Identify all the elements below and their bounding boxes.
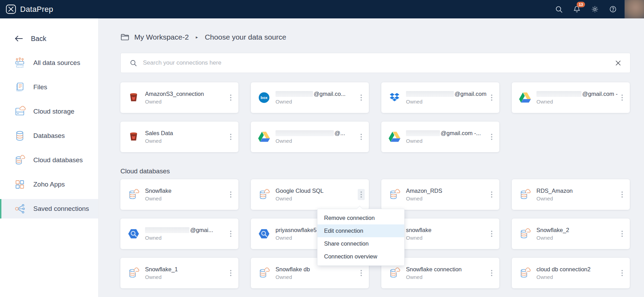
connection-title: Snowflake_2	[536, 227, 569, 233]
connection-group: AmazonS3_connection Owned box @gmail.co.…	[120, 82, 630, 152]
connection-title: @gmail.com -...	[406, 91, 488, 97]
files-icon	[14, 81, 26, 93]
connection-card[interactable]: Snowflake Owned	[120, 179, 238, 210]
connection-card[interactable]: @gmai... Owned	[120, 218, 238, 249]
search-input[interactable]	[143, 59, 609, 66]
connection-card[interactable]: @gmail.com -... Owned	[381, 122, 499, 152]
connection-search-bar	[120, 53, 630, 73]
sidebar-item-cloud-storage[interactable]: Cloud storage	[0, 102, 98, 121]
connection-owner-label: Owned	[145, 274, 178, 280]
connection-card[interactable]: @gmail.com -... Owned	[512, 82, 630, 113]
connection-owner-label: Owned	[276, 196, 324, 201]
card-menu-button[interactable]	[358, 189, 365, 200]
sidebar-item-saved-connections[interactable]: Saved connections	[0, 199, 98, 218]
menu-item-edit-connection[interactable]: Edit connection	[317, 224, 404, 237]
breadcrumb-workspace[interactable]: My Workspace-2	[134, 33, 189, 41]
sidebar-item-label: Databases	[33, 132, 65, 140]
card-menu-button[interactable]	[358, 131, 365, 142]
cloud-database-icon	[519, 188, 531, 201]
breadcrumb: My Workspace-2 ▸ Choose your data source	[120, 33, 630, 41]
connection-owner-label: Owned	[536, 99, 618, 105]
menu-item-connection-overview[interactable]: Connection overview	[317, 250, 404, 263]
sidebar-item-all-data-sources[interactable]: All data sources	[0, 53, 98, 73]
card-menu-button[interactable]	[488, 92, 495, 103]
group-title: Cloud databases	[120, 167, 630, 175]
card-menu-button[interactable]	[227, 189, 234, 200]
card-menu-button[interactable]	[488, 267, 495, 279]
connection-owner-label: Owned	[536, 235, 569, 241]
bigquery-icon	[127, 228, 140, 240]
folder-icon	[120, 33, 129, 41]
connection-title: @gmail.com -...	[406, 130, 481, 137]
connection-title: @gmail.com -...	[536, 91, 618, 97]
card-menu-button[interactable]	[488, 131, 495, 142]
connection-card[interactable]: @... Owned	[251, 122, 369, 152]
sidebar-item-databases[interactable]: Databases	[0, 126, 98, 146]
sidebar-item-cloud-databases[interactable]: Cloud databases	[0, 150, 98, 170]
connection-card[interactable]: Google Cloud SQL Owned	[251, 179, 369, 210]
sidebar-item-files[interactable]: Files	[0, 77, 98, 97]
cloud-database-icon	[258, 188, 270, 201]
connection-card[interactable]: Sales Data Owned	[120, 122, 238, 152]
help-icon[interactable]	[609, 5, 617, 13]
sidebar: Back All data sources Files Cloud storag…	[0, 18, 99, 297]
connection-title: @gmai...	[145, 227, 213, 233]
connection-card[interactable]: AmazonS3_connection Owned	[120, 82, 238, 113]
connection-owner-label: Owned	[406, 196, 442, 201]
global-search-icon[interactable]	[555, 6, 563, 13]
card-menu-button[interactable]	[227, 92, 234, 103]
notifications-button[interactable]: 13	[573, 5, 581, 13]
connection-card[interactable]: @gmail.com -... Owned	[381, 82, 499, 113]
card-menu-button[interactable]	[619, 92, 626, 103]
card-menu-button[interactable]	[227, 228, 234, 239]
sidebar-item-label: Cloud databases	[33, 156, 83, 164]
connection-title: Snowflake_1	[145, 266, 178, 273]
connection-card[interactable]: Amazon_RDS Owned	[381, 179, 499, 210]
cloud-storage-icon	[14, 106, 26, 117]
connection-card[interactable]: Snowflake_2 Owned	[512, 218, 630, 249]
menu-item-remove-connection[interactable]: Remove connection	[317, 212, 404, 224]
card-menu-button[interactable]	[619, 267, 626, 279]
sidebar-item-zoho-apps[interactable]: Zoho Apps	[0, 175, 98, 194]
card-menu-button[interactable]	[619, 189, 626, 200]
card-menu-button[interactable]	[358, 267, 365, 279]
connection-card[interactable]: RDS_Amazon Owned	[512, 179, 630, 210]
connection-card[interactable]: Snowflake_1 Owned	[120, 258, 238, 288]
saved-connections-icon	[14, 203, 26, 215]
avatar-image	[625, 0, 644, 18]
menu-item-share-connection[interactable]: Share connection	[317, 237, 404, 250]
connection-grid: AmazonS3_connection Owned box @gmail.co.…	[120, 82, 630, 152]
data-sources-icon	[14, 57, 26, 69]
connection-title: RDS_Amazon	[536, 188, 573, 194]
redacted-text	[536, 91, 582, 97]
connection-title: AmazonS3_connection	[145, 91, 204, 97]
sidebar-item-label: Zoho Apps	[33, 181, 65, 188]
card-menu-button[interactable]	[488, 228, 495, 239]
connection-card[interactable]: box @gmail.co... Owned	[251, 82, 369, 113]
connection-title: Snowflake db	[276, 266, 310, 273]
amazon-s3-icon	[127, 131, 140, 143]
app-logo[interactable]: DataPrep	[6, 4, 53, 15]
redacted-text	[276, 91, 313, 97]
connection-owner-label: Owned	[145, 235, 213, 241]
connection-title: priyasnowflake5	[276, 227, 316, 233]
sidebar-item-label: All data sources	[33, 59, 80, 67]
connection-card[interactable]: cloud db connection2 Owned	[512, 258, 630, 288]
clear-search-icon[interactable]	[615, 60, 621, 66]
connection-title: cloud db connection2	[536, 266, 591, 273]
search-icon	[130, 59, 137, 67]
connection-owner-label: Owned	[145, 196, 171, 201]
card-menu-button[interactable]	[619, 228, 626, 239]
back-button[interactable]: Back	[0, 29, 98, 48]
connection-owner-label: Owned	[276, 138, 345, 144]
app-title: DataPrep	[20, 5, 53, 14]
settings-gear-icon[interactable]	[591, 5, 599, 13]
card-menu-button[interactable]	[227, 267, 234, 279]
connection-owner-label: Owned	[145, 99, 204, 105]
user-avatar[interactable]	[625, 0, 644, 18]
card-menu-button[interactable]	[227, 131, 234, 142]
connection-owner-label: Owned	[406, 274, 462, 280]
card-menu-button[interactable]	[358, 92, 365, 103]
cloud-database-icon	[127, 267, 140, 279]
card-menu-button[interactable]	[488, 189, 495, 200]
